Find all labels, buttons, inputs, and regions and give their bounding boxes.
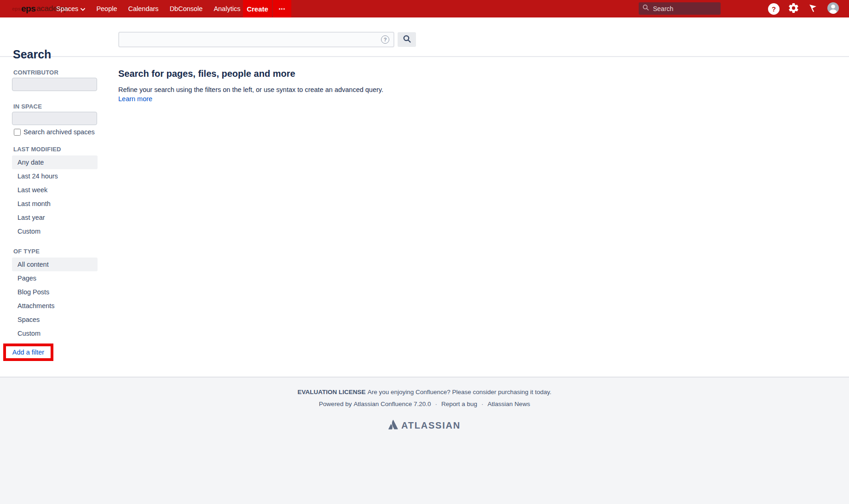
nav-item-label: People (96, 0, 117, 17)
add-filter-link[interactable]: Add a filter (12, 349, 44, 356)
nav-item-dbconsole[interactable]: DbConsole (164, 0, 208, 17)
search-archived-label[interactable]: Search archived spaces (23, 128, 95, 136)
of-type-label: OF TYPE (13, 248, 40, 255)
filter-last-year[interactable]: Last year (12, 211, 98, 224)
atlassian-logo-icon (388, 420, 398, 431)
avatar-icon (827, 2, 839, 16)
search-icon (642, 4, 649, 13)
filter-last-week[interactable]: Last week (12, 183, 98, 197)
page-title: Search (13, 48, 51, 61)
filter-last-24-hours[interactable]: Last 24 hours (12, 169, 98, 183)
evaluation-license-line: EVALUATION LICENSEAre you enjoying Confl… (298, 389, 552, 395)
logo-prefix-text: eps (12, 6, 21, 11)
user-avatar[interactable] (827, 0, 839, 17)
last-modified-list: Any date Last 24 hours Last week Last mo… (12, 155, 98, 238)
results-description: Refine your search using the filters on … (118, 86, 383, 93)
navbar-search-input[interactable] (653, 5, 713, 12)
nav-item-label: Analytics (214, 0, 240, 17)
main-search-input[interactable] (119, 33, 381, 46)
gear-icon (788, 2, 799, 16)
confluence-version-link[interactable]: Atlassian Confluence 7.20.0 (353, 401, 431, 407)
help-button[interactable]: ? (768, 0, 780, 17)
report-bug-link[interactable]: Report a bug (441, 401, 477, 407)
create-button[interactable]: Create (243, 0, 272, 17)
nav-item-label: Calendars (128, 0, 159, 17)
navbar-search-box (639, 2, 721, 15)
main-search-box: ? (118, 32, 394, 47)
logo-main-text: eps (21, 4, 35, 14)
in-space-label: IN SPACE (13, 103, 42, 110)
nav-item-label: Spaces (56, 0, 78, 17)
search-icon (403, 34, 411, 45)
archived-spaces-row: Search archived spaces (14, 128, 95, 136)
in-space-input[interactable] (12, 112, 97, 125)
atlassian-wordmark: ATLASSIAN (401, 420, 461, 431)
evaluation-license-label: EVALUATION LICENSE (298, 389, 366, 395)
last-modified-label: LAST MODIFIED (13, 146, 61, 153)
filter-custom-type[interactable]: Custom (12, 326, 98, 340)
settings-button[interactable] (788, 0, 799, 17)
nav-item-analytics[interactable]: Analytics (208, 0, 246, 17)
add-filter-highlight-box: Add a filter (3, 344, 53, 361)
nav-item-spaces[interactable]: Spaces (51, 0, 91, 17)
atlassian-brand[interactable]: ATLASSIAN (388, 420, 461, 431)
filter-last-month[interactable]: Last month (12, 197, 98, 211)
search-submit-button[interactable] (398, 32, 416, 47)
filter-pages[interactable]: Pages (12, 271, 98, 285)
nav-item-label: DbConsole (170, 0, 203, 17)
top-navbar: eps eps academy Spaces People Calendars … (0, 0, 849, 17)
evaluation-license-text: Are you enjoying Confluence? Please cons… (368, 389, 552, 395)
of-type-list: All content Pages Blog Posts Attachments… (12, 258, 98, 340)
nav-item-people[interactable]: People (91, 0, 122, 17)
notifications-button[interactable] (808, 0, 818, 17)
contributor-input[interactable] (12, 78, 97, 91)
flag-icon (808, 3, 818, 15)
nav-menu: Spaces People Calendars DbConsole Analyt… (51, 0, 246, 17)
search-archived-checkbox[interactable] (14, 129, 21, 136)
filter-custom-date[interactable]: Custom (12, 224, 98, 238)
contributor-label: CONTRIBUTOR (13, 69, 58, 76)
footer-links-line: Powered by Atlassian Confluence 7.20.0 ·… (319, 401, 530, 407)
page: eps eps academy Spaces People Calendars … (0, 0, 849, 504)
filter-all-content[interactable]: All content (12, 258, 98, 271)
powered-by-text: Powered by (319, 401, 352, 407)
learn-more-link[interactable]: Learn more (118, 95, 152, 103)
chevron-down-icon (81, 0, 85, 17)
atlassian-news-link[interactable]: Atlassian News (488, 401, 530, 407)
results-heading: Search for pages, files, people and more (118, 69, 295, 79)
filter-blog-posts[interactable]: Blog Posts (12, 285, 98, 299)
help-icon: ? (768, 3, 780, 15)
nav-item-calendars[interactable]: Calendars (123, 0, 164, 17)
filter-spaces[interactable]: Spaces (12, 313, 98, 326)
footer-separator: · (435, 401, 438, 407)
search-syntax-help-icon[interactable]: ? (381, 35, 389, 44)
more-menu-button[interactable]: ••• (273, 0, 291, 17)
filter-attachments[interactable]: Attachments (12, 299, 98, 313)
footer-separator: · (481, 401, 484, 407)
search-header: Search ? (0, 17, 849, 57)
footer: EVALUATION LICENSEAre you enjoying Confl… (0, 377, 849, 504)
filter-any-date[interactable]: Any date (12, 155, 98, 169)
